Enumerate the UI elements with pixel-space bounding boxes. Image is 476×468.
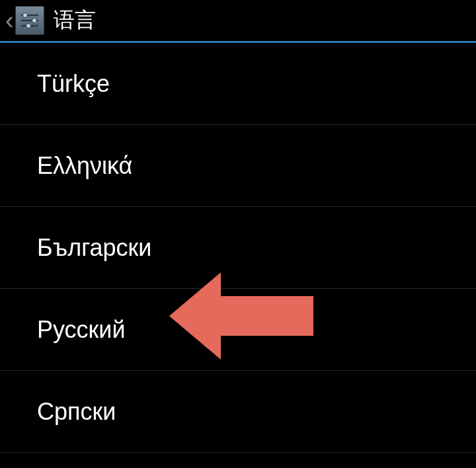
language-label: Български [37, 234, 151, 262]
svg-point-1 [22, 13, 27, 18]
header-bar: ‹ 语言 [0, 0, 476, 41]
language-label: Русский [37, 316, 126, 344]
settings-icon[interactable] [15, 6, 44, 35]
language-item-greek[interactable]: Ελληνικά [0, 125, 476, 207]
language-label: Ελληνικά [37, 152, 132, 180]
page-title: 语言 [54, 6, 96, 35]
language-item-russian[interactable]: Русский [0, 289, 476, 371]
language-label: Српски [37, 398, 116, 426]
svg-point-3 [32, 19, 36, 23]
back-chevron-icon[interactable]: ‹ [5, 8, 14, 33]
language-item-turkish[interactable]: Türkçe [0, 43, 476, 125]
language-item-serbian[interactable]: Српски [0, 371, 476, 453]
language-label: Türkçe [37, 70, 110, 98]
svg-point-5 [26, 24, 30, 28]
language-item-bulgarian[interactable]: Български [0, 207, 476, 289]
language-list: Türkçe Ελληνικά Български Русский Српски [0, 43, 476, 453]
